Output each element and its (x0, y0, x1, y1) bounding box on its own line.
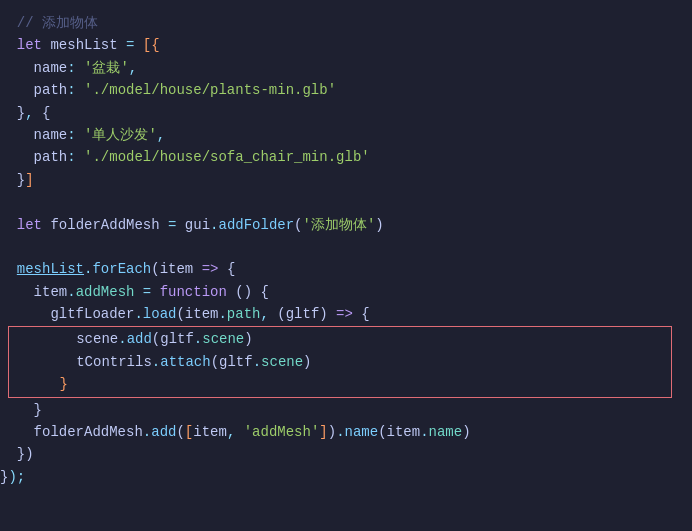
code-line-9 (0, 191, 692, 213)
code-editor: // 添加物体 let meshList = [{ name: '盆栽', pa… (0, 0, 692, 531)
code-line-16: tContrils.attach(gltf.scene) (9, 351, 671, 373)
code-line-14: gltfLoader.load(item.path, (gltf) => { (0, 303, 692, 325)
code-line-2: let meshList = [{ (0, 34, 692, 56)
code-line-4: path: './model/house/plants-min.glb' (0, 79, 692, 101)
code-line-1: // 添加物体 (0, 12, 692, 34)
code-line-5: }, { (0, 102, 692, 124)
highlight-block: scene.add(gltf.scene) tContrils.attach(g… (8, 326, 672, 397)
code-line-20: }) (0, 443, 692, 465)
code-line-11 (0, 236, 692, 258)
code-line-17: } (9, 373, 671, 395)
code-line-15: scene.add(gltf.scene) (9, 328, 671, 350)
code-line-12: meshList.forEach(item => { (0, 258, 692, 280)
code-line-19: folderAddMesh.add([item, 'addMesh']).nam… (0, 421, 692, 443)
code-line-6: name: '单人沙发', (0, 124, 692, 146)
code-line-13: item.addMesh = function () { (0, 281, 692, 303)
code-line-18: } (0, 399, 692, 421)
code-line-3: name: '盆栽', (0, 57, 692, 79)
code-line-8: }] (0, 169, 692, 191)
code-line-10: let folderAddMesh = gui.addFolder('添加物体'… (0, 214, 692, 236)
code-line-21: }); (0, 466, 692, 488)
code-line-7: path: './model/house/sofa_chair_min.glb' (0, 146, 692, 168)
